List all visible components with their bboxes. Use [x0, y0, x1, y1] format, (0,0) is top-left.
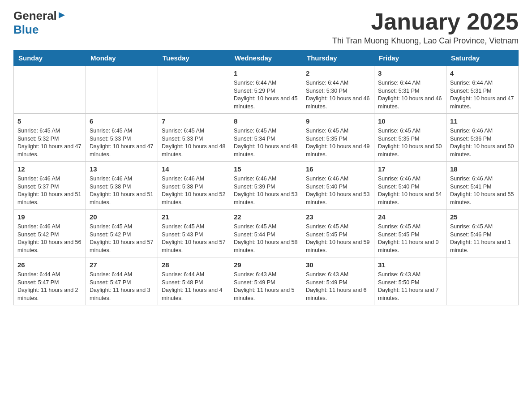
day-info: Sunset: 5:31 PM [378, 87, 442, 95]
day-info: Sunset: 5:42 PM [90, 231, 154, 239]
calendar-cell: 4Sunrise: 6:44 AMSunset: 5:31 PMDaylight… [446, 66, 519, 114]
day-info: Sunset: 5:33 PM [162, 135, 226, 143]
month-title: January 2025 [332, 9, 519, 34]
day-info: Sunrise: 6:45 AM [90, 223, 154, 231]
day-number: 23 [306, 212, 370, 222]
day-info: Daylight: 10 hours and 47 minutes. [90, 143, 154, 158]
day-info: Sunrise: 6:45 AM [162, 127, 226, 135]
day-info: Sunrise: 6:46 AM [162, 175, 226, 183]
day-info: Sunset: 5:38 PM [90, 183, 154, 191]
day-info: Daylight: 10 hours and 46 minutes. [306, 95, 370, 111]
day-info: Sunset: 5:38 PM [162, 183, 226, 191]
day-info: Sunrise: 6:45 AM [306, 127, 370, 135]
calendar-cell [86, 66, 158, 114]
day-number: 25 [450, 212, 515, 222]
day-info: Sunrise: 6:46 AM [17, 175, 82, 183]
svg-marker-0 [59, 12, 65, 18]
calendar-cell: 14Sunrise: 6:46 AMSunset: 5:38 PMDayligh… [158, 162, 230, 210]
day-header-friday: Friday [374, 51, 446, 66]
calendar-cell [14, 66, 86, 114]
calendar-cell: 5Sunrise: 6:45 AMSunset: 5:32 PMDaylight… [14, 114, 86, 162]
day-number: 31 [378, 260, 442, 270]
day-info: Sunrise: 6:45 AM [17, 127, 82, 135]
day-number: 19 [17, 212, 82, 222]
day-info: Sunset: 5:29 PM [234, 87, 298, 95]
day-info: Sunset: 5:36 PM [450, 135, 515, 143]
logo-general-text: General [13, 9, 57, 23]
day-info: Sunset: 5:45 PM [378, 231, 442, 239]
day-number: 6 [90, 116, 154, 126]
calendar-cell: 13Sunrise: 6:46 AMSunset: 5:38 PMDayligh… [86, 162, 158, 210]
day-info: Sunrise: 6:43 AM [306, 271, 370, 279]
day-info: Sunset: 5:42 PM [17, 231, 82, 239]
day-number: 10 [378, 116, 442, 126]
calendar-cell: 20Sunrise: 6:45 AMSunset: 5:42 PMDayligh… [86, 210, 158, 257]
calendar-header-row: SundayMondayTuesdayWednesdayThursdayFrid… [14, 51, 519, 66]
day-info: Daylight: 10 hours and 47 minutes. [17, 143, 82, 158]
title-block: January 2025 Thi Tran Muong Khuong, Lao … [332, 9, 519, 46]
day-info: Daylight: 10 hours and 51 minutes. [17, 191, 82, 206]
day-info: Daylight: 10 hours and 47 minutes. [450, 95, 515, 111]
day-info: Sunrise: 6:46 AM [90, 175, 154, 183]
day-info: Sunrise: 6:46 AM [306, 175, 370, 183]
calendar-cell: 10Sunrise: 6:45 AMSunset: 5:35 PMDayligh… [374, 114, 446, 162]
day-number: 12 [17, 164, 82, 174]
day-info: Daylight: 10 hours and 57 minutes. [162, 239, 226, 254]
page-header: General Blue January 2025 Thi Tran Muong… [13, 9, 519, 46]
day-info: Sunrise: 6:44 AM [450, 79, 515, 87]
day-info: Daylight: 10 hours and 48 minutes. [162, 143, 226, 158]
calendar-cell: 16Sunrise: 6:46 AMSunset: 5:40 PMDayligh… [302, 162, 374, 210]
day-number: 16 [306, 164, 370, 174]
calendar-cell: 23Sunrise: 6:45 AMSunset: 5:45 PMDayligh… [302, 210, 374, 257]
day-info: Sunset: 5:47 PM [17, 279, 82, 287]
day-info: Daylight: 11 hours and 2 minutes. [17, 287, 82, 302]
calendar-cell: 25Sunrise: 6:45 AMSunset: 5:46 PMDayligh… [446, 210, 519, 257]
logo-arrow-icon [58, 11, 66, 21]
day-info: Sunrise: 6:44 AM [306, 79, 370, 87]
calendar-cell: 21Sunrise: 6:45 AMSunset: 5:43 PMDayligh… [158, 210, 230, 257]
day-number: 26 [17, 260, 82, 270]
day-info: Sunrise: 6:45 AM [306, 223, 370, 231]
day-number: 28 [162, 260, 226, 270]
day-info: Sunset: 5:35 PM [378, 135, 442, 143]
day-info: Sunrise: 6:43 AM [234, 271, 298, 279]
calendar-cell: 11Sunrise: 6:46 AMSunset: 5:36 PMDayligh… [446, 114, 519, 162]
day-info: Sunset: 5:31 PM [450, 87, 515, 95]
day-info: Daylight: 10 hours and 59 minutes. [306, 239, 370, 254]
day-number: 7 [162, 116, 226, 126]
day-info: Sunset: 5:34 PM [234, 135, 298, 143]
day-number: 9 [306, 116, 370, 126]
day-info: Daylight: 11 hours and 6 minutes. [306, 287, 370, 302]
day-number: 4 [450, 68, 515, 78]
day-info: Daylight: 11 hours and 5 minutes. [234, 287, 298, 302]
day-header-monday: Monday [86, 51, 158, 66]
calendar-cell: 12Sunrise: 6:46 AMSunset: 5:37 PMDayligh… [14, 162, 86, 210]
day-info: Sunset: 5:45 PM [306, 231, 370, 239]
day-header-thursday: Thursday [302, 51, 374, 66]
calendar-cell [158, 66, 230, 114]
day-info: Sunrise: 6:46 AM [17, 223, 82, 231]
calendar-cell: 17Sunrise: 6:46 AMSunset: 5:40 PMDayligh… [374, 162, 446, 210]
calendar-cell: 28Sunrise: 6:44 AMSunset: 5:48 PMDayligh… [158, 257, 230, 305]
day-info: Daylight: 10 hours and 46 minutes. [378, 95, 442, 111]
day-info: Daylight: 10 hours and 50 minutes. [450, 143, 515, 158]
day-info: Daylight: 11 hours and 3 minutes. [90, 287, 154, 302]
calendar-week-row: 1Sunrise: 6:44 AMSunset: 5:29 PMDaylight… [14, 66, 519, 114]
day-info: Sunrise: 6:46 AM [378, 175, 442, 183]
day-info: Sunset: 5:46 PM [450, 231, 515, 239]
day-info: Sunset: 5:44 PM [234, 231, 298, 239]
day-info: Daylight: 10 hours and 51 minutes. [90, 191, 154, 206]
day-info: Daylight: 10 hours and 52 minutes. [162, 191, 226, 206]
day-info: Sunrise: 6:45 AM [234, 223, 298, 231]
calendar-cell: 18Sunrise: 6:46 AMSunset: 5:41 PMDayligh… [446, 162, 519, 210]
day-number: 30 [306, 260, 370, 270]
calendar-week-row: 5Sunrise: 6:45 AMSunset: 5:32 PMDaylight… [14, 114, 519, 162]
day-info: Sunrise: 6:44 AM [17, 271, 82, 279]
day-number: 29 [234, 260, 298, 270]
calendar-cell: 6Sunrise: 6:45 AMSunset: 5:33 PMDaylight… [86, 114, 158, 162]
day-info: Sunrise: 6:44 AM [378, 79, 442, 87]
calendar-cell: 8Sunrise: 6:45 AMSunset: 5:34 PMDaylight… [230, 114, 302, 162]
day-number: 24 [378, 212, 442, 222]
calendar-cell: 22Sunrise: 6:45 AMSunset: 5:44 PMDayligh… [230, 210, 302, 257]
calendar-cell: 29Sunrise: 6:43 AMSunset: 5:49 PMDayligh… [230, 257, 302, 305]
